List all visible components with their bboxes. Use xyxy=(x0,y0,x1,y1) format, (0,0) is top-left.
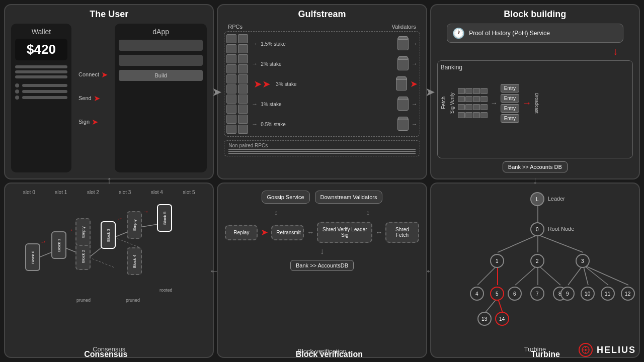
shred-verify-box: Shred Verify Leader Sig xyxy=(317,222,372,243)
slot-2: slot 2 xyxy=(87,190,99,195)
wallet-list-item xyxy=(15,89,67,94)
validator-row-3: ➤➤ 3% stake ➤ xyxy=(226,74,417,94)
rpcs-label: RPCs xyxy=(228,24,243,30)
block-verification-section: Gossip Service Downstream Validators ↕↕ … xyxy=(217,183,427,358)
pruned-2: pruned xyxy=(126,298,140,303)
connect-label: Connect xyxy=(78,71,99,77)
stake-1: 1.5% stake xyxy=(261,41,394,47)
entry-2: Entry xyxy=(501,94,519,103)
stake-5: 0.5% stake xyxy=(261,122,394,127)
svg-line-3 xyxy=(89,257,114,267)
replay-box: Replay xyxy=(225,225,258,240)
gulfstream-section: Gulfstream RPCs Validators → 1.5% stake … xyxy=(217,4,427,179)
svg-line-11 xyxy=(538,235,583,252)
poh-label: Proof of History (PoH) Service xyxy=(469,30,550,37)
slot-5: slot 5 xyxy=(183,190,195,195)
leader-label: Leader xyxy=(548,196,565,202)
validator-row-2: → 2% stake → xyxy=(226,54,417,74)
shred-fetch-box: Shred Fetch xyxy=(385,222,419,243)
wallet-list-item xyxy=(15,83,67,87)
node-6: 6 xyxy=(508,287,522,301)
connect-area: Connect ➤ Send ➤ Sign ➤ xyxy=(76,24,110,172)
clock-icon: 🕐 xyxy=(452,27,465,39)
poh-box: 🕐 Proof of History (PoH) Service xyxy=(447,24,623,43)
block-3: Block 3 xyxy=(101,221,116,249)
node-12: 12 xyxy=(621,287,635,301)
node-7: 7 xyxy=(530,287,544,301)
stake-2: 2% stake xyxy=(261,61,394,67)
node-5: 5 xyxy=(490,287,504,301)
svg-line-17 xyxy=(568,265,583,285)
rooted-label: rooted xyxy=(159,288,173,293)
slot-3: slot 3 xyxy=(119,190,131,195)
gulfstream-title: Gulfstream xyxy=(222,9,422,20)
dapp-label: dApp xyxy=(119,28,203,36)
svg-line-12 xyxy=(477,265,498,285)
svg-line-16 xyxy=(538,265,560,285)
poh-down-arrow: ↓ xyxy=(437,46,633,57)
node-1: 1 xyxy=(490,254,504,268)
shred-verify-label: Shred Verify Leader Sig xyxy=(323,227,367,238)
validators-label: Validators xyxy=(392,24,416,30)
block-1: Block 1 xyxy=(51,231,66,259)
node-2: 2 xyxy=(530,254,544,268)
dapp-bar2 xyxy=(119,55,203,66)
wallet-amount: $420 xyxy=(15,39,67,60)
block-building-section: Block building 🕐 Proof of History (PoH) … xyxy=(430,4,640,179)
block-0: Block 0 xyxy=(25,243,40,271)
block-verification-title: Block verification xyxy=(297,347,347,355)
validator-row-5: → 0.5% stake → xyxy=(226,114,417,134)
consensus-subtitle: Consensus xyxy=(9,345,209,353)
wallet-line xyxy=(15,65,67,68)
broadcast-label: Broadcast xyxy=(534,93,539,114)
svg-point-24 xyxy=(585,349,587,351)
user-title: The User xyxy=(9,9,209,20)
wallet-label: Wallet xyxy=(15,28,67,36)
stake-3: 3% stake xyxy=(276,81,392,87)
entry-col: Entry Entry Entry Entry xyxy=(501,84,519,123)
retransmit-label: Retransmit xyxy=(276,230,300,235)
helius-svg-icon xyxy=(581,345,590,354)
non-paired-label: Non paired RPCs xyxy=(228,143,415,148)
build-button[interactable]: Build xyxy=(119,70,203,81)
bank-db-box: Bank >> Accounts DB xyxy=(503,161,568,172)
user-section: The User Wallet $420 xyxy=(4,4,214,179)
node-3: 3 xyxy=(576,254,590,268)
replay-label: Replay xyxy=(233,230,249,235)
block-5: Block 5 xyxy=(157,204,172,232)
slot-4: slot 4 xyxy=(151,190,163,195)
banking-area: Banking Fetch Sig Verify → Entry Entry xyxy=(437,60,633,158)
sig-verify-label: Sig Verify xyxy=(449,93,455,114)
root-node-label: Root Node xyxy=(548,226,575,232)
consensus-section: ↑ slot 0 slot 1 slot 2 slot 3 slot 4 slo… xyxy=(4,183,214,358)
svg-line-14 xyxy=(515,265,538,285)
block-building-title: Block building xyxy=(435,9,635,20)
validator-row-4: → 1% stake → xyxy=(226,94,417,114)
block-4: Block 4 xyxy=(127,247,142,275)
pruned-1: pruned xyxy=(76,298,91,303)
retransmit-box: Retransmit xyxy=(271,225,304,240)
svg-line-20 xyxy=(583,265,628,285)
helius-logo: HELIUS xyxy=(579,343,636,357)
entry-3: Entry xyxy=(501,104,519,113)
slot-1: slot 1 xyxy=(55,190,67,195)
verify-bank-db: Bank >> AccountsDB xyxy=(290,260,354,271)
svg-line-18 xyxy=(583,265,588,285)
tree-container: L Leader 0 Root Node 1 2 3 4 5 6 7 8 9 1… xyxy=(437,190,633,320)
consensus-lines xyxy=(11,197,207,308)
node-10: 10 xyxy=(581,287,595,301)
dapp-bar1 xyxy=(119,40,203,51)
sign-label: Sign xyxy=(78,119,90,125)
gossip-service-label: Gossip Service xyxy=(267,194,304,200)
downstream-label: Downstream Validators xyxy=(320,194,377,200)
turbine-section: L Leader 0 Root Node 1 2 3 4 5 6 7 8 9 1… xyxy=(430,183,640,358)
wallet-list-item xyxy=(15,96,67,100)
downstream-validators-box: Downstream Validators xyxy=(315,191,383,204)
entry-1: Entry xyxy=(501,84,519,93)
node-9: 9 xyxy=(560,287,575,301)
entry-4: Entry xyxy=(501,114,519,123)
node-4: 4 xyxy=(470,287,484,301)
leader-node: L xyxy=(530,192,544,206)
validator-row-1: → 1.5% stake → xyxy=(226,34,417,54)
banking-title: Banking xyxy=(441,64,629,71)
